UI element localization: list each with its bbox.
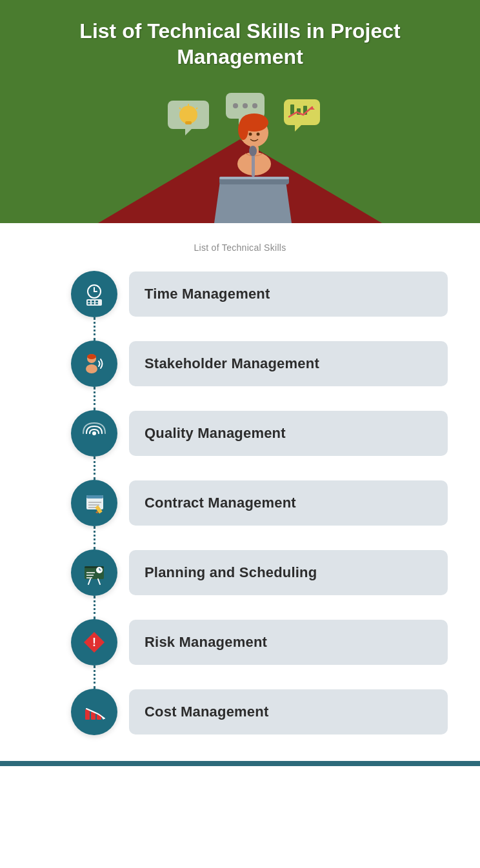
skill-label-risk-management: Risk Management bbox=[129, 620, 448, 665]
svg-line-54 bbox=[98, 579, 100, 584]
skill-icon-time-management bbox=[71, 271, 117, 317]
skill-entry: Planning and Scheduling bbox=[71, 549, 448, 596]
skill-entry: Cost Management bbox=[71, 689, 448, 735]
skill-entry: ! Risk Management bbox=[71, 619, 448, 666]
skill-icon-contract-management bbox=[71, 480, 117, 526]
svg-rect-3 bbox=[185, 121, 192, 124]
svg-point-41 bbox=[87, 354, 96, 359]
svg-rect-36 bbox=[95, 301, 98, 302]
skill-icon-quality-management bbox=[71, 410, 117, 457]
svg-point-20 bbox=[238, 119, 248, 140]
skill-row-planning-scheduling: Planning and Scheduling bbox=[71, 549, 448, 619]
svg-point-10 bbox=[243, 103, 248, 108]
svg-point-43 bbox=[92, 431, 96, 435]
svg-point-11 bbox=[252, 103, 257, 108]
svg-rect-12 bbox=[284, 99, 320, 125]
svg-rect-35 bbox=[92, 301, 94, 302]
svg-point-21 bbox=[249, 133, 252, 136]
svg-point-26 bbox=[249, 146, 257, 156]
skill-label-cost-management: Cost Management bbox=[129, 689, 448, 735]
svg-rect-29 bbox=[219, 177, 289, 179]
subtitle: List of Technical Skills bbox=[32, 242, 448, 253]
header: List of Technical Skills in Project Mana… bbox=[0, 0, 480, 223]
skill-label-time-management: Time Management bbox=[129, 271, 448, 317]
page-title: List of Technical Skills in Project Mana… bbox=[26, 18, 454, 70]
svg-line-6 bbox=[196, 108, 197, 109]
svg-text:!: ! bbox=[92, 636, 96, 649]
skill-label-stakeholder-management: Stakeholder Management bbox=[129, 341, 448, 386]
svg-rect-34 bbox=[88, 301, 90, 302]
svg-rect-45 bbox=[86, 495, 103, 498]
skill-row-time-management: Time Management bbox=[71, 271, 448, 340]
skill-icon-stakeholder-management bbox=[71, 340, 117, 387]
skill-row-risk-management: ! Risk Management bbox=[71, 619, 448, 689]
skill-entry: Quality Management bbox=[71, 410, 448, 457]
svg-rect-39 bbox=[95, 303, 98, 304]
skill-icon-cost-management bbox=[71, 689, 117, 735]
svg-line-53 bbox=[88, 579, 90, 584]
skill-entry: Stakeholder Management bbox=[71, 340, 448, 387]
skill-label-contract-management: Contract Management bbox=[129, 480, 448, 526]
skill-icon-risk-management: ! bbox=[71, 619, 117, 666]
skill-entry: Contract Management bbox=[71, 480, 448, 526]
svg-rect-37 bbox=[88, 303, 90, 304]
svg-rect-63 bbox=[85, 709, 90, 720]
svg-point-22 bbox=[257, 133, 260, 136]
skill-entry: Time Management bbox=[71, 271, 448, 317]
skill-label-quality-management: Quality Management bbox=[129, 411, 448, 456]
skill-row-stakeholder-management: Stakeholder Management bbox=[71, 340, 448, 410]
skill-icon-planning-scheduling bbox=[71, 549, 117, 596]
svg-point-9 bbox=[233, 103, 238, 108]
illustration bbox=[26, 81, 454, 223]
skill-label-planning-scheduling: Planning and Scheduling bbox=[129, 550, 448, 595]
presenter-illustration bbox=[130, 81, 350, 223]
svg-line-5 bbox=[179, 108, 181, 109]
svg-marker-1 bbox=[185, 129, 192, 135]
svg-marker-13 bbox=[295, 125, 301, 132]
svg-point-42 bbox=[86, 364, 97, 373]
skill-row-quality-management: Quality Management bbox=[71, 410, 448, 480]
svg-rect-38 bbox=[92, 303, 94, 304]
main-content: List of Technical Skills bbox=[0, 223, 480, 761]
skills-list: Time Management bbox=[32, 271, 448, 735]
bottom-bar bbox=[0, 761, 480, 766]
skill-row-contract-management: Contract Management bbox=[71, 480, 448, 549]
svg-point-2 bbox=[179, 106, 197, 124]
skill-row-cost-management: Cost Management bbox=[71, 689, 448, 735]
